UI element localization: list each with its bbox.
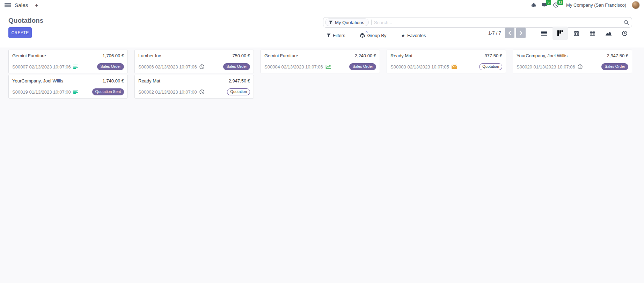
view-switch-pivot[interactable]: [585, 27, 600, 40]
apps-menu-icon[interactable]: [3, 1, 12, 8]
create-button[interactable]: CREATE: [8, 27, 32, 38]
favorites-button[interactable]: ★ Favorites: [401, 33, 426, 38]
card-customer: YourCompany, Joel Willis: [12, 78, 63, 84]
facet-label: My Quotations: [335, 20, 364, 25]
company-switcher[interactable]: My Company (San Francisco): [566, 2, 626, 8]
star-icon: ★: [401, 33, 405, 38]
search-input[interactable]: [372, 20, 624, 25]
list-view-icon: [541, 31, 547, 36]
messages-count-badge: 5: [546, 0, 551, 5]
kanban-grid: Gemini Furniture 1,706.00 € S00007 02/13…: [8, 50, 636, 99]
top-navbar: Sales + 5 11 My Company (San Francisco): [0, 0, 644, 10]
card-reference: S00020 01/13/2023 10:07:06: [517, 64, 575, 70]
group-by-button[interactable]: Group By: [360, 33, 386, 38]
add-tab-button[interactable]: +: [35, 2, 38, 8]
card-amount: 1,706.00 €: [103, 53, 124, 58]
card-customer: YourCompany, Joel Willis: [517, 53, 568, 58]
card-customer: Gemini Furniture: [264, 53, 298, 58]
card-customer: Ready Mat: [390, 53, 412, 58]
status-badge: Quotation: [227, 88, 250, 95]
messages-icon[interactable]: 5: [542, 2, 548, 8]
status-badge: Quotation: [479, 63, 502, 70]
filter-icon: [327, 33, 331, 37]
card-amount: 750.00 €: [232, 53, 250, 58]
quotation-card[interactable]: Ready Mat 377.50 € S00003 02/13/2023 10:…: [387, 50, 506, 73]
layers-icon: [360, 33, 365, 38]
chevron-right-icon: [519, 31, 522, 35]
card-amount: 2,240.00 €: [355, 53, 376, 58]
filter-icon: [329, 20, 333, 24]
view-switch-calendar[interactable]: [569, 27, 584, 40]
filters-button[interactable]: Filters: [327, 33, 345, 38]
card-customer: Gemini Furniture: [12, 53, 46, 58]
chevron-left-icon: [508, 31, 511, 35]
quotation-card[interactable]: YourCompany, Joel Willis 2,947.50 € S000…: [513, 50, 632, 73]
card-reference: S00002 01/13/2023 10:07:00: [138, 89, 197, 95]
search-bar[interactable]: My Quotations: [323, 17, 632, 28]
debug-bug-icon[interactable]: [531, 2, 536, 7]
activities-count-badge: 11: [557, 0, 563, 5]
activity-clock-icon[interactable]: [578, 64, 583, 69]
view-switch-activity[interactable]: [617, 27, 632, 40]
pager-next-button[interactable]: [516, 28, 526, 38]
app-name[interactable]: Sales: [15, 2, 28, 8]
view-switch-graph[interactable]: [601, 27, 616, 40]
activity-view-icon: [622, 31, 627, 36]
status-badge: Sales Order: [601, 63, 628, 70]
card-customer: Ready Mat: [138, 78, 160, 84]
activity-clock-icon[interactable]: [199, 64, 204, 69]
control-panel: Quotations CREATE My Quotations × Filter…: [0, 10, 644, 48]
activity-email-icon[interactable]: [452, 65, 457, 69]
activity-note-icon[interactable]: [73, 90, 78, 94]
card-amount: 2,947.50 €: [229, 78, 250, 84]
quotation-card[interactable]: Lumber Inc 750.00 € S00006 02/13/2023 10…: [134, 50, 254, 73]
kanban-view: Gemini Furniture 1,706.00 € S00007 02/13…: [0, 48, 644, 283]
status-badge: Quotation Sent: [92, 88, 124, 95]
view-switcher: [536, 27, 632, 40]
activities-clock-icon[interactable]: 11: [553, 2, 558, 8]
card-amount: 1,740.00 €: [103, 78, 124, 84]
pivot-view-icon: [590, 31, 595, 36]
activity-clock-icon[interactable]: [199, 89, 204, 94]
view-switch-kanban[interactable]: [552, 27, 568, 40]
kanban-view-icon: [557, 30, 563, 36]
activity-note-icon[interactable]: [73, 65, 78, 69]
card-amount: 377.50 €: [484, 53, 502, 58]
card-customer: Lumber Inc: [138, 53, 161, 58]
search-facet-my-quotations[interactable]: My Quotations: [325, 19, 369, 26]
graph-view-icon: [606, 31, 612, 36]
activity-upsell-icon[interactable]: [325, 64, 331, 69]
pager: 1-7 / 7: [488, 28, 526, 38]
status-badge: Sales Order: [349, 63, 376, 70]
card-reference: S00004 02/13/2023 10:07:06: [264, 64, 323, 70]
status-badge: Sales Order: [97, 63, 124, 70]
quotation-card[interactable]: Gemini Furniture 2,240.00 € S00004 02/13…: [261, 50, 380, 73]
search-icon[interactable]: [624, 20, 629, 25]
card-reference: S00006 02/13/2023 10:07:06: [138, 64, 197, 70]
view-switch-list[interactable]: [536, 27, 552, 40]
user-avatar[interactable]: [632, 1, 640, 9]
card-reference: S00019 01/13/2023 10:07:00: [12, 89, 71, 95]
calendar-view-icon: [574, 31, 579, 36]
page-title: Quotations: [8, 17, 43, 24]
pager-previous-button[interactable]: [505, 28, 514, 38]
card-reference: S00003 02/13/2023 10:07:05: [390, 64, 449, 70]
status-badge: Sales Order: [223, 63, 250, 70]
quotation-card[interactable]: Ready Mat 2,947.50 € S00002 01/13/2023 1…: [134, 75, 254, 99]
quotation-card[interactable]: YourCompany, Joel Willis 1,740.00 € S000…: [8, 75, 128, 99]
card-reference: S00007 02/13/2023 10:07:06: [12, 64, 71, 70]
search-options: Filters Group By ★ Favorites: [327, 30, 426, 41]
card-amount: 2,947.50 €: [607, 53, 628, 58]
pager-value: 1-7 / 7: [488, 30, 501, 36]
quotation-card[interactable]: Gemini Furniture 1,706.00 € S00007 02/13…: [8, 50, 128, 73]
